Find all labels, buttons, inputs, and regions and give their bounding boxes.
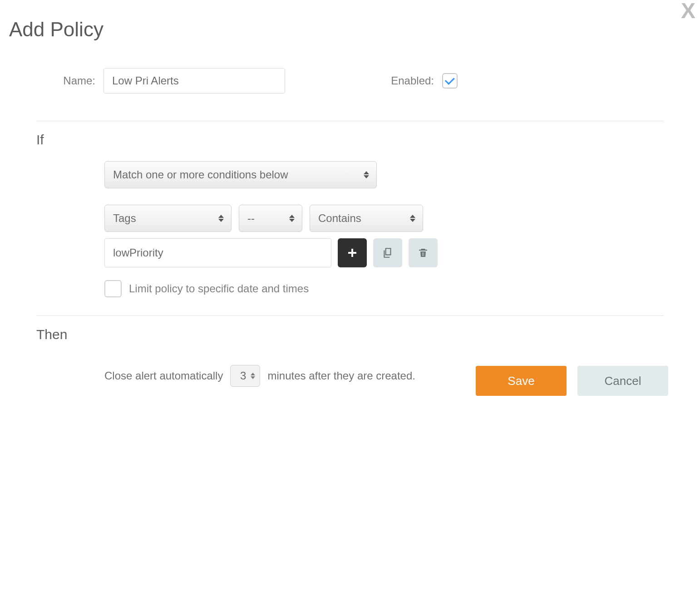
limit-checkbox[interactable] — [104, 280, 122, 297]
select-arrows-icon — [364, 171, 369, 178]
condition-comparator-value: Contains — [318, 212, 361, 225]
condition-row: Tags -- Contains — [104, 205, 691, 232]
stepper-arrows-icon — [251, 373, 255, 379]
condition-value-input[interactable] — [104, 238, 331, 267]
trash-icon — [418, 247, 429, 258]
then-prefix: Close alert automatically — [104, 370, 223, 382]
select-arrows-icon — [289, 215, 295, 222]
copy-icon — [382, 247, 394, 259]
minutes-stepper[interactable]: 3 — [230, 365, 260, 387]
if-block: Match one or more conditions below Tags … — [104, 161, 691, 297]
then-suffix: minutes after they are created. — [267, 370, 415, 382]
close-icon[interactable]: X — [681, 0, 695, 22]
add-condition-button[interactable] — [338, 238, 367, 267]
match-mode-select[interactable]: Match one or more conditions below — [104, 161, 377, 188]
enabled-label: Enabled: — [375, 74, 434, 87]
select-arrows-icon — [218, 215, 224, 222]
plus-icon — [347, 247, 358, 258]
duplicate-condition-button[interactable] — [373, 238, 402, 267]
condition-attribute-select[interactable]: Tags — [104, 205, 232, 232]
name-row: Name: Enabled: — [36, 68, 691, 94]
condition-comparator-select[interactable]: Contains — [310, 205, 423, 232]
add-policy-dialog: X Add Policy Name: Enabled: If Match one… — [0, 0, 700, 414]
select-arrows-icon — [410, 215, 415, 222]
divider — [36, 121, 664, 121]
enabled-checkbox[interactable] — [442, 73, 458, 89]
then-heading: Then — [36, 327, 691, 342]
condition-value-row — [104, 238, 691, 267]
policy-name-input[interactable] — [104, 68, 285, 94]
limit-row: Limit policy to specific date and times — [104, 280, 691, 297]
save-button[interactable]: Save — [476, 366, 567, 396]
minutes-value: 3 — [237, 370, 246, 382]
cancel-button[interactable]: Cancel — [577, 366, 668, 396]
condition-attribute-value: Tags — [113, 212, 136, 225]
condition-operator-value: -- — [247, 212, 255, 225]
condition-operator-select[interactable]: -- — [239, 205, 302, 232]
limit-label: Limit policy to specific date and times — [129, 282, 309, 295]
button-row: Save Cancel — [476, 366, 668, 396]
page-title: Add Policy — [9, 18, 691, 41]
match-mode-value: Match one or more conditions below — [113, 168, 288, 181]
divider — [36, 315, 664, 316]
name-label: Name: — [36, 74, 95, 87]
delete-condition-button[interactable] — [409, 238, 438, 267]
if-heading: If — [36, 132, 691, 148]
